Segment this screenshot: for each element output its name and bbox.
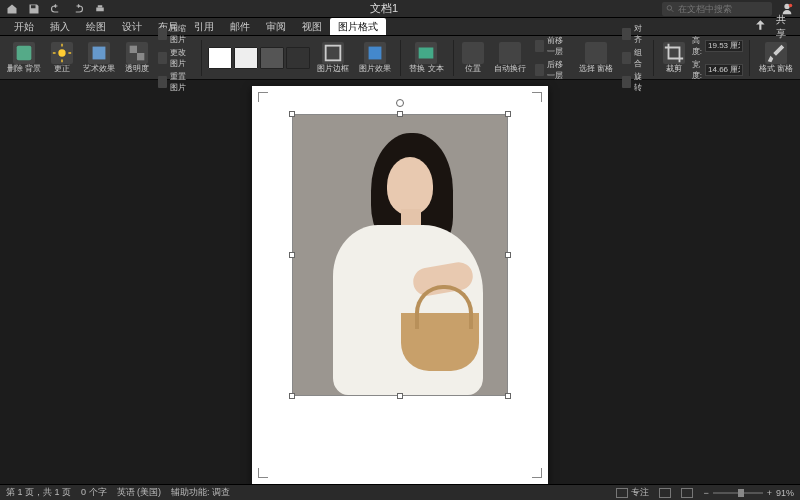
resize-handle[interactable] bbox=[289, 252, 295, 258]
group-button[interactable]: 组合 bbox=[622, 47, 645, 69]
zoom-value[interactable]: 91% bbox=[776, 488, 794, 498]
wrap-text-button[interactable]: 自动换行 bbox=[491, 42, 529, 74]
bring-forward-button[interactable]: 前移一层 bbox=[535, 35, 570, 57]
tab-home[interactable]: 开始 bbox=[6, 18, 42, 35]
selection-pane-button[interactable]: 选择 窗格 bbox=[576, 42, 616, 74]
tab-mailings[interactable]: 邮件 bbox=[222, 18, 258, 35]
compress-picture-button[interactable]: 压缩图片 bbox=[158, 23, 193, 45]
tab-design[interactable]: 设计 bbox=[114, 18, 150, 35]
style-preset-4[interactable] bbox=[286, 47, 310, 69]
alt-text-button[interactable]: 替换 文本 bbox=[406, 42, 446, 74]
titlebar: 文档1 bbox=[0, 0, 800, 18]
share-icon bbox=[748, 18, 773, 35]
remove-bg-icon bbox=[13, 42, 35, 64]
redo-icon[interactable] bbox=[72, 3, 84, 15]
tab-draw[interactable]: 绘图 bbox=[78, 18, 114, 35]
transparency-icon bbox=[126, 42, 148, 64]
change-icon bbox=[158, 52, 167, 64]
height-input[interactable] bbox=[705, 40, 743, 52]
picture-border-button[interactable]: 图片边框 bbox=[314, 42, 352, 74]
resize-handle[interactable] bbox=[505, 393, 511, 399]
svg-rect-2 bbox=[98, 5, 103, 7]
svg-rect-15 bbox=[137, 53, 144, 60]
ribbon-tabs: 开始 插入 绘图 设计 布局 引用 邮件 审阅 视图 图片格式 共享 bbox=[0, 18, 800, 36]
reset-picture-button[interactable]: 重置图片 bbox=[158, 71, 193, 93]
svg-rect-0 bbox=[31, 5, 36, 8]
page[interactable] bbox=[252, 86, 548, 484]
print-icon[interactable] bbox=[94, 3, 106, 15]
save-icon[interactable] bbox=[28, 3, 40, 15]
focus-mode-button[interactable]: 专注 bbox=[616, 486, 649, 499]
share-button[interactable]: 共享 bbox=[742, 18, 794, 35]
margin-corner bbox=[528, 464, 542, 478]
zoom-slider[interactable] bbox=[713, 492, 763, 494]
home-icon[interactable] bbox=[6, 3, 18, 15]
crop-button[interactable]: 裁剪 bbox=[660, 42, 688, 74]
corrections-button[interactable]: 更正 bbox=[48, 42, 76, 74]
picture-effects-button[interactable]: 图片效果 bbox=[356, 42, 394, 74]
zoom-in-button[interactable]: + bbox=[767, 488, 772, 498]
svg-rect-16 bbox=[325, 45, 340, 60]
undo-icon[interactable] bbox=[50, 3, 62, 15]
tab-picture-format[interactable]: 图片格式 bbox=[330, 18, 386, 35]
sun-icon bbox=[51, 42, 73, 64]
margin-corner bbox=[528, 92, 542, 106]
width-input[interactable] bbox=[705, 64, 743, 76]
view-print-button[interactable] bbox=[659, 488, 671, 498]
style-preset-1[interactable] bbox=[208, 47, 232, 69]
resize-handle[interactable] bbox=[505, 252, 511, 258]
image-content bbox=[293, 115, 507, 395]
svg-rect-1 bbox=[96, 7, 104, 11]
svg-line-4 bbox=[671, 9, 673, 11]
svg-rect-18 bbox=[419, 47, 434, 58]
document-title: 文档1 bbox=[106, 1, 662, 16]
style-preset-3[interactable] bbox=[260, 47, 284, 69]
position-button[interactable]: 位置 bbox=[459, 42, 487, 74]
svg-point-5 bbox=[784, 3, 789, 8]
wrap-icon bbox=[499, 42, 521, 64]
selected-image[interactable] bbox=[292, 114, 508, 396]
search-box[interactable] bbox=[662, 2, 772, 16]
search-input[interactable] bbox=[678, 4, 768, 14]
search-icon bbox=[666, 2, 675, 16]
rotate-button[interactable]: 旋转 bbox=[622, 71, 645, 93]
language[interactable]: 英语 (美国) bbox=[117, 486, 162, 499]
paintbrush-icon bbox=[765, 42, 787, 64]
margin-corner bbox=[258, 92, 272, 106]
remove-background-button[interactable]: 删除 背景 bbox=[4, 42, 44, 74]
tab-view[interactable]: 视图 bbox=[294, 18, 330, 35]
position-icon bbox=[462, 42, 484, 64]
view-web-button[interactable] bbox=[681, 488, 693, 498]
picture-styles[interactable] bbox=[208, 47, 310, 69]
web-layout-icon bbox=[681, 488, 693, 498]
send-backward-button[interactable]: 后移一层 bbox=[535, 59, 570, 81]
status-bar: 第 1 页，共 1 页 0 个字 英语 (美国) 辅助功能: 调查 专注 − +… bbox=[0, 484, 800, 500]
resize-handle[interactable] bbox=[289, 393, 295, 399]
document-canvas[interactable] bbox=[0, 80, 800, 484]
resize-handle[interactable] bbox=[397, 393, 403, 399]
style-preset-2[interactable] bbox=[234, 47, 258, 69]
svg-rect-14 bbox=[130, 45, 137, 52]
svg-point-8 bbox=[59, 49, 66, 56]
format-pane-button[interactable]: 格式 窗格 bbox=[756, 42, 796, 74]
tab-insert[interactable]: 插入 bbox=[42, 18, 78, 35]
effects-icon bbox=[364, 42, 386, 64]
brush-icon bbox=[88, 42, 110, 64]
word-count[interactable]: 0 个字 bbox=[81, 486, 107, 499]
reset-icon bbox=[158, 76, 167, 88]
change-picture-button[interactable]: 更改图片 bbox=[158, 47, 193, 69]
rotate-handle[interactable] bbox=[396, 99, 404, 107]
accessibility[interactable]: 辅助功能: 调查 bbox=[171, 486, 230, 499]
zoom-out-button[interactable]: − bbox=[703, 488, 708, 498]
svg-rect-13 bbox=[93, 46, 106, 59]
resize-handle[interactable] bbox=[505, 111, 511, 117]
align-button[interactable]: 对齐 bbox=[622, 23, 645, 45]
resize-handle[interactable] bbox=[289, 111, 295, 117]
transparency-button[interactable]: 透明度 bbox=[122, 42, 152, 74]
page-count[interactable]: 第 1 页，共 1 页 bbox=[6, 486, 71, 499]
artistic-effects-button[interactable]: 艺术效果 bbox=[80, 42, 118, 74]
resize-handle[interactable] bbox=[397, 111, 403, 117]
width-label: 宽度: bbox=[692, 59, 702, 81]
tab-review[interactable]: 审阅 bbox=[258, 18, 294, 35]
svg-rect-7 bbox=[17, 45, 32, 60]
